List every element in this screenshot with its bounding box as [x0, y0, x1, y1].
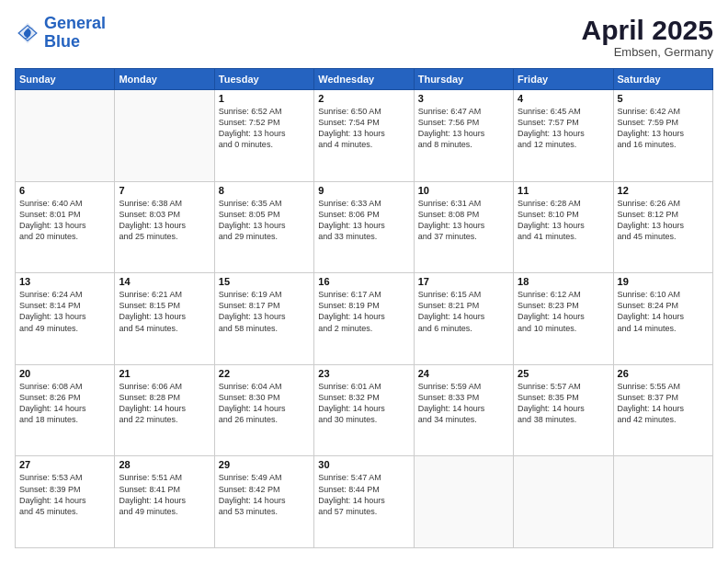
- day-info: Sunrise: 6:42 AM Sunset: 7:59 PM Dayligh…: [618, 106, 709, 151]
- day-number: 15: [219, 276, 310, 287]
- calendar-cell: 22Sunrise: 6:04 AM Sunset: 8:30 PM Dayli…: [214, 364, 313, 456]
- day-info: Sunrise: 6:15 AM Sunset: 8:21 PM Dayligh…: [418, 289, 509, 334]
- day-number: 11: [518, 185, 609, 196]
- weekday-header-wednesday: Wednesday: [314, 69, 414, 90]
- calendar-cell: 19Sunrise: 6:10 AM Sunset: 8:24 PM Dayli…: [613, 273, 712, 365]
- calendar-cell: 20Sunrise: 6:08 AM Sunset: 8:26 PM Dayli…: [16, 364, 115, 456]
- day-number: 23: [318, 368, 409, 379]
- day-info: Sunrise: 6:24 AM Sunset: 8:14 PM Dayligh…: [19, 289, 110, 334]
- calendar-cell: 1Sunrise: 6:52 AM Sunset: 7:52 PM Daylig…: [214, 90, 313, 182]
- calendar-cell: 27Sunrise: 5:53 AM Sunset: 8:39 PM Dayli…: [16, 456, 115, 548]
- day-info: Sunrise: 5:49 AM Sunset: 8:42 PM Dayligh…: [219, 472, 310, 517]
- day-number: 7: [119, 185, 210, 196]
- calendar-cell: [115, 90, 214, 182]
- weekday-header-friday: Friday: [514, 69, 613, 90]
- day-info: Sunrise: 6:38 AM Sunset: 8:03 PM Dayligh…: [119, 198, 210, 243]
- day-info: Sunrise: 6:21 AM Sunset: 8:15 PM Dayligh…: [119, 289, 210, 334]
- header: General Blue April 2025 Embsen, Germany: [15, 15, 713, 59]
- calendar-cell: 5Sunrise: 6:42 AM Sunset: 7:59 PM Daylig…: [613, 90, 712, 182]
- calendar-cell: [414, 456, 513, 548]
- location: Embsen, Germany: [582, 45, 713, 59]
- calendar-cell: 29Sunrise: 5:49 AM Sunset: 8:42 PM Dayli…: [214, 456, 313, 548]
- calendar-cell: 21Sunrise: 6:06 AM Sunset: 8:28 PM Dayli…: [115, 364, 214, 456]
- weekday-header-thursday: Thursday: [414, 69, 513, 90]
- day-info: Sunrise: 6:47 AM Sunset: 7:56 PM Dayligh…: [418, 106, 509, 151]
- day-info: Sunrise: 6:04 AM Sunset: 8:30 PM Dayligh…: [219, 381, 310, 426]
- calendar-cell: [16, 90, 115, 182]
- day-info: Sunrise: 6:06 AM Sunset: 8:28 PM Dayligh…: [119, 381, 210, 426]
- weekday-header-row: SundayMondayTuesdayWednesdayThursdayFrid…: [16, 69, 713, 90]
- week-row-3: 20Sunrise: 6:08 AM Sunset: 8:26 PM Dayli…: [16, 364, 713, 456]
- calendar-table: SundayMondayTuesdayWednesdayThursdayFrid…: [15, 68, 713, 548]
- calendar-cell: 24Sunrise: 5:59 AM Sunset: 8:33 PM Dayli…: [414, 364, 513, 456]
- week-row-2: 13Sunrise: 6:24 AM Sunset: 8:14 PM Dayli…: [16, 273, 713, 365]
- day-info: Sunrise: 5:53 AM Sunset: 8:39 PM Dayligh…: [19, 472, 110, 517]
- logo-line1: General: [44, 14, 106, 32]
- day-info: Sunrise: 5:57 AM Sunset: 8:35 PM Dayligh…: [518, 381, 609, 426]
- calendar-cell: [613, 456, 712, 548]
- calendar-cell: 26Sunrise: 5:55 AM Sunset: 8:37 PM Dayli…: [613, 364, 712, 456]
- calendar-cell: 28Sunrise: 5:51 AM Sunset: 8:41 PM Dayli…: [115, 456, 214, 548]
- month-title: April 2025: [582, 15, 713, 45]
- day-number: 3: [418, 93, 509, 104]
- day-info: Sunrise: 6:08 AM Sunset: 8:26 PM Dayligh…: [19, 381, 110, 426]
- day-number: 25: [518, 368, 609, 379]
- calendar-cell: 17Sunrise: 6:15 AM Sunset: 8:21 PM Dayli…: [414, 273, 513, 365]
- calendar-cell: 25Sunrise: 5:57 AM Sunset: 8:35 PM Dayli…: [514, 364, 613, 456]
- day-number: 21: [119, 368, 210, 379]
- day-number: 29: [219, 459, 310, 470]
- calendar-cell: 18Sunrise: 6:12 AM Sunset: 8:23 PM Dayli…: [514, 273, 613, 365]
- day-number: 20: [19, 368, 110, 379]
- week-row-1: 6Sunrise: 6:40 AM Sunset: 8:01 PM Daylig…: [16, 181, 713, 273]
- title-block: April 2025 Embsen, Germany: [582, 15, 713, 59]
- logo-icon: [15, 20, 40, 46]
- day-info: Sunrise: 6:31 AM Sunset: 8:08 PM Dayligh…: [418, 198, 509, 243]
- week-row-4: 27Sunrise: 5:53 AM Sunset: 8:39 PM Dayli…: [16, 456, 713, 548]
- day-info: Sunrise: 6:33 AM Sunset: 8:06 PM Dayligh…: [318, 198, 409, 243]
- day-info: Sunrise: 6:26 AM Sunset: 8:12 PM Dayligh…: [618, 198, 709, 243]
- calendar-cell: 23Sunrise: 6:01 AM Sunset: 8:32 PM Dayli…: [314, 364, 414, 456]
- calendar-cell: 30Sunrise: 5:47 AM Sunset: 8:44 PM Dayli…: [314, 456, 414, 548]
- calendar-cell: 16Sunrise: 6:17 AM Sunset: 8:19 PM Dayli…: [314, 273, 414, 365]
- day-number: 9: [318, 185, 409, 196]
- calendar-cell: 8Sunrise: 6:35 AM Sunset: 8:05 PM Daylig…: [214, 181, 313, 273]
- day-number: 17: [418, 276, 509, 287]
- calendar-cell: 2Sunrise: 6:50 AM Sunset: 7:54 PM Daylig…: [314, 90, 414, 182]
- day-info: Sunrise: 6:45 AM Sunset: 7:57 PM Dayligh…: [518, 106, 609, 151]
- calendar-cell: 6Sunrise: 6:40 AM Sunset: 8:01 PM Daylig…: [16, 181, 115, 273]
- week-row-0: 1Sunrise: 6:52 AM Sunset: 7:52 PM Daylig…: [16, 90, 713, 182]
- day-info: Sunrise: 6:01 AM Sunset: 8:32 PM Dayligh…: [318, 381, 409, 426]
- day-info: Sunrise: 6:35 AM Sunset: 8:05 PM Dayligh…: [219, 198, 310, 243]
- calendar-cell: 15Sunrise: 6:19 AM Sunset: 8:17 PM Dayli…: [214, 273, 313, 365]
- day-number: 14: [119, 276, 210, 287]
- day-info: Sunrise: 6:10 AM Sunset: 8:24 PM Dayligh…: [618, 289, 709, 334]
- day-number: 28: [119, 459, 210, 470]
- day-number: 18: [518, 276, 609, 287]
- day-info: Sunrise: 5:55 AM Sunset: 8:37 PM Dayligh…: [618, 381, 709, 426]
- day-info: Sunrise: 6:12 AM Sunset: 8:23 PM Dayligh…: [518, 289, 609, 334]
- logo-line2: Blue: [44, 33, 106, 52]
- day-number: 8: [219, 185, 310, 196]
- calendar-cell: 9Sunrise: 6:33 AM Sunset: 8:06 PM Daylig…: [314, 181, 414, 273]
- calendar-cell: 10Sunrise: 6:31 AM Sunset: 8:08 PM Dayli…: [414, 181, 513, 273]
- day-number: 30: [318, 459, 409, 470]
- day-info: Sunrise: 6:50 AM Sunset: 7:54 PM Dayligh…: [318, 106, 409, 151]
- day-info: Sunrise: 5:47 AM Sunset: 8:44 PM Dayligh…: [318, 472, 409, 517]
- calendar-cell: 11Sunrise: 6:28 AM Sunset: 8:10 PM Dayli…: [514, 181, 613, 273]
- calendar-cell: 4Sunrise: 6:45 AM Sunset: 7:57 PM Daylig…: [514, 90, 613, 182]
- day-number: 1: [219, 93, 310, 104]
- day-number: 6: [19, 185, 110, 196]
- logo: General Blue: [15, 15, 106, 52]
- day-info: Sunrise: 6:52 AM Sunset: 7:52 PM Dayligh…: [219, 106, 310, 151]
- day-info: Sunrise: 5:51 AM Sunset: 8:41 PM Dayligh…: [119, 472, 210, 517]
- day-number: 5: [618, 93, 709, 104]
- day-info: Sunrise: 5:59 AM Sunset: 8:33 PM Dayligh…: [418, 381, 509, 426]
- calendar-cell: 12Sunrise: 6:26 AM Sunset: 8:12 PM Dayli…: [613, 181, 712, 273]
- weekday-header-monday: Monday: [115, 69, 214, 90]
- calendar-cell: 13Sunrise: 6:24 AM Sunset: 8:14 PM Dayli…: [16, 273, 115, 365]
- calendar-cell: [514, 456, 613, 548]
- day-number: 22: [219, 368, 310, 379]
- day-number: 27: [19, 459, 110, 470]
- weekday-header-sunday: Sunday: [16, 69, 115, 90]
- calendar-cell: 14Sunrise: 6:21 AM Sunset: 8:15 PM Dayli…: [115, 273, 214, 365]
